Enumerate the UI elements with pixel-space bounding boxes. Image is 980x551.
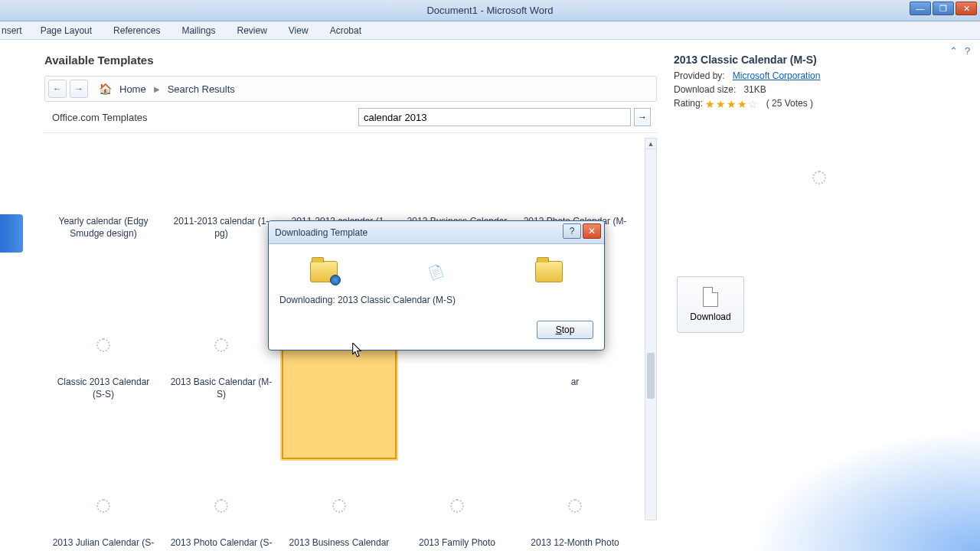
tile-label: 2011-2013 calendar (1-pg) — [168, 216, 275, 240]
dialog-titlebar[interactable]: Downloading Template ? ✕ — [269, 221, 604, 244]
stop-button[interactable]: Stop — [537, 321, 593, 339]
tile-label: 2013 12-Month Photo Calendar (M-S) — [521, 537, 629, 551]
downloading-dialog: Downloading Template ? ✕ 📄 Downloading: … — [268, 220, 605, 350]
tile-label: 2013 Photo Calendar (S-S) — [168, 537, 275, 551]
scroll-up-icon[interactable]: ▲ — [645, 139, 656, 149]
flying-paper-icon: 📄 — [426, 262, 446, 282]
star-icon: ★ — [716, 99, 727, 109]
star-icon: ☆ — [748, 99, 759, 109]
search-input[interactable] — [358, 108, 631, 126]
ribbon-tab-references[interactable]: References — [103, 23, 171, 38]
source-folder-icon — [310, 261, 338, 282]
templates-nav: ← → 🏠 Home ▶ Search Results — [44, 76, 657, 102]
star-icon: ★ — [705, 99, 716, 109]
ribbon-tab-mailings[interactable]: Mailings — [171, 23, 226, 38]
download-button-label: Download — [690, 311, 730, 322]
download-button[interactable]: Download — [677, 276, 744, 333]
loading-spinner-icon — [568, 499, 582, 513]
ribbon-minimize-icon[interactable]: ⌃ — [949, 45, 960, 56]
window-title: Document1 - Microsoft Word — [426, 5, 553, 16]
dialog-close-button[interactable]: ✕ — [583, 223, 601, 239]
tile-label: 2013 Basic Calendar (M-S) — [168, 377, 275, 400]
template-tile[interactable]: Yearly calendar (Edgy Smudge design) — [44, 139, 162, 300]
tile-label: Yearly calendar (Edgy Smudge design) — [50, 216, 157, 240]
dialog-title-text: Downloading Template — [275, 227, 368, 238]
ribbon-tab-insert[interactable]: nsert — [2, 23, 30, 38]
provided-by-row: Provided by: Microsoft Corporation — [674, 70, 965, 81]
template-tile[interactable]: 2011-2013 calendar (1-pg) — [162, 139, 280, 300]
template-tile[interactable]: 2013 12-Month Photo Calendar (M-S) — [516, 461, 634, 551]
nav-home-label[interactable]: Home — [115, 83, 151, 95]
templates-scrollbar[interactable]: ▲ — [645, 138, 657, 520]
votes-count: ( 25 Votes ) — [766, 98, 813, 109]
chevron-right-icon: ▶ — [154, 85, 160, 93]
nav-back-button[interactable]: ← — [48, 80, 67, 98]
download-size-value: 31KB — [743, 84, 766, 95]
ribbon-tab-review[interactable]: Review — [226, 23, 277, 38]
loading-spinner-icon — [450, 499, 464, 513]
tile-label: ar — [521, 377, 629, 389]
template-tile[interactable]: 2013 Family Photo Calendar (S-S) — [398, 461, 516, 551]
tile-label: 2013 Business Calendar (M-S) — [286, 537, 393, 551]
office-templates-label: Office.com Templates — [44, 112, 358, 123]
template-details-pane: 2013 Classic Calendar (M-S) Provided by:… — [674, 40, 980, 551]
download-size-row: Download size: 31KB — [674, 84, 965, 95]
scroll-thumb[interactable] — [647, 353, 655, 399]
star-icon: ★ — [737, 99, 748, 109]
template-tile[interactable]: Classic 2013 Calendar (S-S) — [44, 300, 162, 461]
template-tile[interactable]: 2013 Julian Calendar (S-S) — [44, 461, 162, 551]
window-controls: — ❐ ✕ — [910, 2, 977, 15]
rating-row: Rating: ★ ★ ★ ★ ☆ ( 25 Votes ) — [674, 98, 965, 109]
tile-label: 2013 Julian Calendar (S-S) — [50, 537, 157, 551]
loading-spinner-icon — [96, 499, 110, 513]
detail-title: 2013 Classic Calendar (M-S) — [674, 54, 965, 66]
close-button[interactable]: ✕ — [956, 2, 977, 15]
template-tile[interactable]: 2013 Basic Calendar (M-S) — [162, 300, 280, 461]
maximize-button[interactable]: ❐ — [933, 2, 954, 15]
template-tile[interactable]: 2013 Business Calendar (M-S) — [280, 461, 398, 551]
stop-button-rest: top — [562, 324, 575, 335]
ribbon-tabs: nsert Page Layout References Mailings Re… — [0, 21, 980, 40]
loading-spinner-icon — [332, 499, 346, 513]
preview-loading-spinner-icon — [812, 171, 826, 184]
document-icon — [703, 287, 718, 307]
templates-search-bar: Office.com Templates → — [44, 106, 657, 128]
loading-spinner-icon — [214, 338, 228, 352]
star-icon: ★ — [727, 99, 737, 109]
home-icon[interactable]: 🏠 — [99, 83, 112, 95]
destination-folder-icon — [535, 261, 563, 282]
minimize-button[interactable]: — — [910, 2, 931, 15]
ribbon-tab-page-layout[interactable]: Page Layout — [30, 23, 103, 38]
star-rating: ★ ★ ★ ★ ☆ — [705, 99, 759, 109]
tile-label: 2013 Family Photo Calendar (S-S) — [403, 537, 511, 551]
rating-label: Rating: — [674, 98, 703, 109]
downloading-text: Downloading: 2013 Classic Calendar (M-S) — [279, 295, 593, 305]
dialog-help-button[interactable]: ? — [563, 223, 581, 239]
globe-icon — [330, 275, 341, 285]
nav-forward-button[interactable]: → — [70, 80, 88, 98]
loading-spinner-icon — [96, 338, 110, 352]
loading-spinner-icon — [214, 499, 228, 513]
ribbon-tab-acrobat[interactable]: Acrobat — [319, 23, 372, 38]
available-templates-header: Available Templates — [44, 54, 674, 67]
provided-by-label: Provided by: — [674, 70, 725, 81]
download-size-label: Download size: — [674, 84, 736, 95]
provided-by-link[interactable]: Microsoft Corporation — [733, 70, 821, 81]
search-go-button[interactable]: → — [634, 108, 651, 126]
download-animation: 📄 — [279, 261, 593, 282]
help-icon[interactable]: ? — [965, 45, 975, 56]
nav-results-label[interactable]: Search Results — [163, 83, 240, 95]
window-titlebar: Document1 - Microsoft Word — ❐ ✕ — [0, 0, 980, 21]
ribbon-tab-view[interactable]: View — [278, 23, 319, 38]
tile-label: Classic 2013 Calendar (S-S) — [50, 377, 157, 400]
template-tile[interactable]: 2013 Photo Calendar (S-S) — [162, 461, 280, 551]
